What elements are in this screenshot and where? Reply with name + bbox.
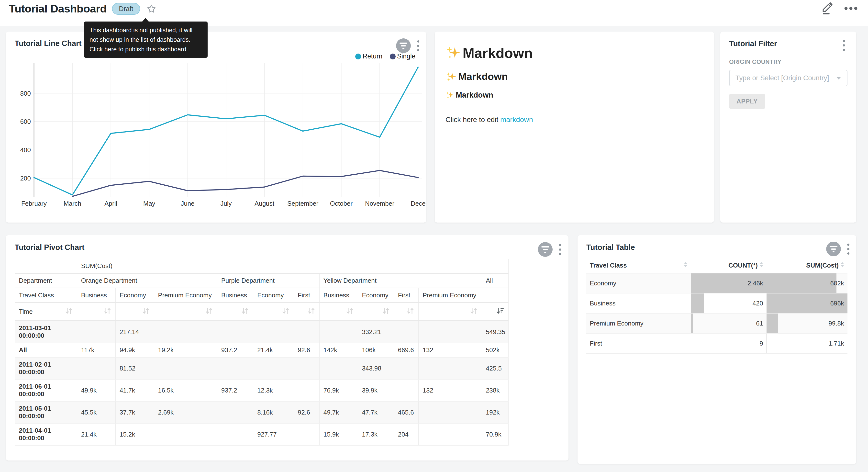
table-column-header[interactable]: Travel Class [586, 258, 691, 273]
svg-text:September: September [287, 200, 319, 207]
pivot-cell [217, 357, 253, 379]
pivot-cell: 937.2 [217, 343, 253, 357]
sparkles-icon [445, 71, 457, 82]
pivot-row-label: All [15, 343, 77, 357]
column-label: Travel Class [590, 262, 627, 269]
edit-pencil-icon[interactable] [821, 2, 833, 16]
sort-cell [418, 303, 482, 321]
sort-cell [77, 303, 115, 321]
panel-menu-icon[interactable] [846, 243, 851, 256]
panel-menu-icon[interactable] [557, 243, 563, 256]
pivot-cell [293, 379, 319, 401]
pivot-cell: 49.7k [319, 401, 358, 423]
markdown-h1: Markdown [445, 45, 703, 61]
svg-text:October: October [330, 200, 353, 207]
sort-icon[interactable] [103, 307, 112, 316]
sort-icon[interactable] [205, 307, 213, 316]
pivot-group-header: Purple Department [217, 273, 319, 288]
travel-class-cell: Economy [586, 273, 691, 293]
pivot-cell: 76.9k [319, 379, 358, 401]
travel-class-cell: First [586, 333, 691, 353]
sort-icon[interactable] [142, 307, 150, 316]
svg-text:February: February [21, 200, 47, 207]
sort-icon[interactable] [241, 307, 249, 316]
origin-country-select[interactable]: Type or Select [Origin Country] [729, 70, 847, 86]
sort-cell [394, 303, 418, 321]
more-menu-icon[interactable] [844, 5, 858, 12]
pivot-cell [394, 357, 418, 379]
markdown-h2: Markdown [445, 71, 703, 82]
sort-icon[interactable] [281, 307, 290, 316]
line-chart-plot: 200400600800FebruaryMarchAprilMayJuneJul… [6, 61, 426, 223]
table-column-header[interactable]: SUM(Cost) [767, 258, 847, 273]
draft-badge[interactable]: Draft [112, 3, 140, 15]
sort-caret-icon [760, 262, 763, 269]
svg-text:July: July [220, 200, 231, 207]
panel-menu-icon[interactable] [416, 39, 421, 52]
origin-country-label: ORIGIN COUNTRY [729, 58, 847, 65]
sum-cell: 1.71k [767, 333, 847, 353]
travel-class-cell: Business [586, 293, 691, 313]
svg-text:200: 200 [20, 175, 31, 182]
column-label: SUM(Cost) [806, 262, 839, 269]
pivot-cell: 192k [482, 401, 508, 423]
pivot-cell: 81.52 [115, 357, 154, 379]
count-cell: 420 [691, 293, 767, 313]
sort-icon[interactable] [345, 307, 354, 316]
legend-item[interactable]: Single [390, 53, 415, 60]
svg-text:August: August [254, 200, 275, 207]
table-panel: Tutorial Table Travel ClassCOUNT(*)SUM(C… [578, 235, 856, 464]
pivot-row-label: 2011-04-01 00:00:00 [15, 423, 77, 445]
column-label: COUNT(*) [728, 262, 758, 269]
chart-legend: ReturnSingle [355, 53, 415, 60]
legend-item[interactable]: Return [355, 53, 382, 60]
pivot-department-label: Department [15, 273, 77, 288]
pivot-cell: 332.21 [358, 321, 394, 343]
filter-panel: Tutorial Filter ORIGIN COUNTRY Type or S… [720, 32, 856, 223]
pivot-cell: 937.2 [217, 379, 253, 401]
header-actions [821, 2, 859, 16]
pivot-cell: 549.35 [482, 321, 508, 343]
sort-icon[interactable] [469, 307, 478, 316]
travel-class-cell: Premium Economy [586, 313, 691, 333]
applied-filters-icon[interactable] [538, 242, 553, 257]
count-cell: 61 [691, 313, 767, 333]
pivot-cell: 502k [482, 343, 508, 357]
sum-cell: 602k [767, 273, 847, 293]
pivot-cell [418, 423, 482, 445]
markdown-edit-link[interactable]: markdown [500, 116, 533, 123]
sort-cell [293, 303, 319, 321]
pivot-cell [217, 401, 253, 423]
table-column-header[interactable]: COUNT(*) [691, 258, 767, 273]
pivot-cell [217, 423, 253, 445]
sort-cell [358, 303, 394, 321]
pivot-cell: 19.2k [154, 343, 217, 357]
applied-filters-icon[interactable] [396, 38, 411, 53]
pivot-column-header: Economy [115, 288, 154, 303]
pivot-cell: 39.9k [358, 379, 394, 401]
pivot-column-header: First [293, 288, 319, 303]
applied-filters-icon[interactable] [826, 242, 841, 256]
sort-desc-icon[interactable] [496, 307, 504, 316]
favorite-star-icon[interactable] [147, 4, 156, 14]
pivot-cell: 132 [418, 379, 482, 401]
sort-icon[interactable] [65, 307, 73, 316]
line-chart-title: Tutorial Line Chart [15, 39, 82, 48]
markdown-paragraph: Click here to edit markdown [445, 116, 703, 124]
sort-caret-icon [684, 262, 687, 269]
markdown-panel: Markdown Markdown Markdown Click here to… [435, 32, 714, 223]
svg-text:Dece: Dece [411, 200, 426, 207]
pivot-cell: 47.7k [358, 401, 394, 423]
sort-icon[interactable] [307, 307, 315, 316]
pivot-cell [418, 401, 482, 423]
apply-button[interactable]: APPLY [729, 94, 765, 109]
panel-menu-icon[interactable] [841, 39, 846, 52]
pivot-group-header: Yellow Department [319, 273, 482, 288]
caret-down-icon [836, 77, 841, 80]
sort-icon[interactable] [382, 307, 390, 316]
sum-cell: 99.8k [767, 313, 847, 333]
pivot-cell [319, 357, 358, 379]
table-row: Economy2.46k602k [586, 273, 847, 293]
pivot-cell [77, 357, 115, 379]
sort-icon[interactable] [406, 307, 414, 316]
